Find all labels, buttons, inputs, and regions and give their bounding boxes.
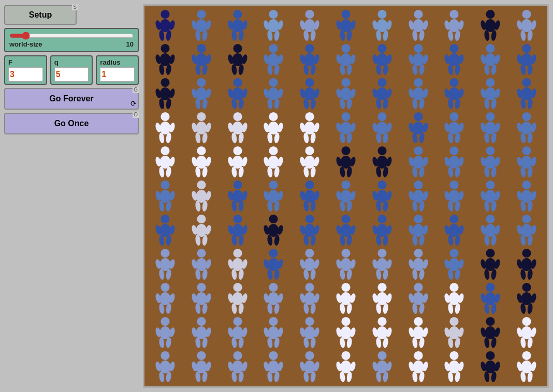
svg-point-649 xyxy=(485,326,496,339)
svg-point-1 xyxy=(159,19,170,32)
svg-point-636 xyxy=(414,317,423,326)
agent xyxy=(292,43,327,76)
agent xyxy=(401,282,436,315)
svg-point-78 xyxy=(233,44,242,53)
agent xyxy=(184,214,219,247)
go-forever-key: G xyxy=(133,87,139,93)
svg-point-655 xyxy=(521,326,532,339)
param-input-q[interactable] xyxy=(54,67,89,82)
svg-point-378 xyxy=(450,180,459,189)
svg-point-505 xyxy=(413,258,424,271)
param-label-q: q xyxy=(54,58,89,66)
agent xyxy=(220,350,255,383)
svg-point-643 xyxy=(449,326,460,339)
agent xyxy=(220,9,255,42)
agent xyxy=(292,214,327,247)
svg-point-174 xyxy=(414,78,423,87)
svg-point-84 xyxy=(269,44,278,53)
svg-point-469 xyxy=(196,258,207,271)
agent xyxy=(437,248,472,281)
svg-point-79 xyxy=(232,53,243,66)
svg-point-180 xyxy=(450,78,459,87)
svg-point-325 xyxy=(521,156,532,169)
go-once-container: O Go Once xyxy=(4,113,139,134)
svg-point-420 xyxy=(305,215,314,223)
svg-point-222 xyxy=(305,112,314,121)
svg-point-475 xyxy=(232,258,243,271)
svg-point-690 xyxy=(341,351,350,360)
setup-button[interactable]: Setup xyxy=(4,5,77,25)
svg-point-24 xyxy=(305,10,314,19)
agent xyxy=(437,316,472,349)
svg-point-168 xyxy=(377,78,386,87)
svg-point-456 xyxy=(522,215,531,223)
svg-point-384 xyxy=(486,180,495,189)
svg-point-444 xyxy=(450,215,459,223)
svg-point-714 xyxy=(486,351,495,360)
agent xyxy=(473,145,508,178)
agent xyxy=(292,145,327,178)
svg-point-493 xyxy=(340,258,351,271)
svg-point-6 xyxy=(197,10,206,19)
loop-icon: ⟳ xyxy=(130,99,137,108)
svg-point-534 xyxy=(197,283,206,292)
svg-point-318 xyxy=(486,146,495,155)
agent xyxy=(509,43,544,76)
svg-point-474 xyxy=(233,249,242,258)
agent xyxy=(437,111,472,144)
agent xyxy=(184,179,219,213)
svg-point-414 xyxy=(269,215,278,223)
svg-point-612 xyxy=(269,317,278,326)
svg-point-570 xyxy=(414,283,423,292)
svg-point-468 xyxy=(197,249,206,258)
svg-point-654 xyxy=(522,317,531,326)
svg-point-324 xyxy=(522,146,531,155)
svg-point-295 xyxy=(340,156,351,169)
agent xyxy=(473,282,508,315)
svg-point-343 xyxy=(232,190,243,203)
agent xyxy=(401,43,436,76)
svg-point-210 xyxy=(233,112,242,121)
svg-point-523 xyxy=(521,258,532,271)
svg-point-277 xyxy=(232,156,243,169)
agent xyxy=(473,111,508,144)
svg-point-697 xyxy=(376,360,387,373)
svg-point-259 xyxy=(521,122,532,134)
svg-point-66 xyxy=(161,44,169,53)
svg-point-192 xyxy=(522,78,531,87)
agent xyxy=(365,179,400,213)
svg-point-373 xyxy=(413,190,424,203)
agent xyxy=(365,214,400,247)
svg-point-127 xyxy=(521,53,532,66)
agent xyxy=(473,350,508,383)
agent xyxy=(365,43,400,76)
go-once-button[interactable]: Go Once xyxy=(4,113,139,134)
svg-point-661 xyxy=(159,360,170,373)
svg-point-211 xyxy=(232,122,243,134)
world-size-slider[interactable] xyxy=(9,32,134,39)
agent xyxy=(328,77,363,110)
param-input-radius[interactable] xyxy=(100,67,135,82)
svg-point-264 xyxy=(161,146,169,155)
svg-point-235 xyxy=(376,122,387,134)
agent xyxy=(365,77,400,110)
agent xyxy=(220,248,255,281)
agent xyxy=(148,282,183,315)
svg-point-252 xyxy=(486,112,495,121)
svg-point-391 xyxy=(521,190,532,203)
svg-point-258 xyxy=(522,112,531,121)
agent xyxy=(365,282,400,315)
param-input-f[interactable] xyxy=(8,67,43,82)
go-forever-button[interactable]: Go Forever xyxy=(4,88,139,110)
agent xyxy=(365,9,400,42)
svg-point-607 xyxy=(232,326,243,339)
svg-point-385 xyxy=(485,190,496,203)
svg-point-289 xyxy=(304,156,315,169)
svg-point-396 xyxy=(161,215,169,223)
svg-point-528 xyxy=(161,283,169,292)
svg-point-246 xyxy=(450,112,459,121)
svg-point-648 xyxy=(486,317,495,326)
agent xyxy=(401,179,436,213)
svg-point-451 xyxy=(485,224,496,237)
svg-point-582 xyxy=(486,283,495,292)
